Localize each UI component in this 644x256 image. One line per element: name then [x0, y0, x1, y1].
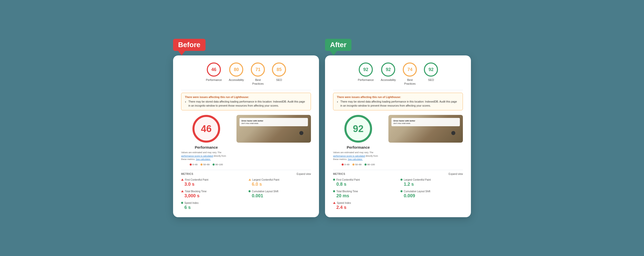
before-seo-circle: 85 [272, 62, 286, 77]
after-bp-circle: 74 [403, 62, 417, 77]
before-screenshot: Drive faster with better don't miss reta… [236, 115, 311, 143]
after-legend-green: 90–100 [365, 163, 375, 166]
after-expand-link[interactable]: Expand view [449, 173, 463, 175]
after-seo-label: SEO [428, 78, 434, 82]
before-score-performance: 46 Performance [206, 62, 222, 85]
before-score-accessibility: 80 Accessibility [229, 62, 244, 85]
after-fcp-name: First Contentful Paint [336, 178, 360, 181]
after-legend-label-green: 90–100 [367, 163, 375, 166]
after-screenshot: Drive faster with better don't miss reta… [388, 115, 463, 143]
after-warning-text: There may be stored data affecting loadi… [337, 100, 459, 108]
before-fcp-indicator [181, 179, 184, 181]
after-legend-label-orange: 50–89 [355, 163, 361, 166]
before-fcp-name-row: First Contentful Paint [181, 178, 244, 181]
before-overlay-subtitle: don't miss retail deals [242, 122, 306, 125]
after-lcp-name-row: Largest Contentful Paint [400, 178, 463, 181]
after-cls-name: Cumulative Layout Shift [404, 190, 430, 193]
before-overlay-title: Drive faster with better [242, 119, 306, 122]
after-calc-link[interactable]: See calculator. [348, 158, 363, 161]
before-perf-label: Performance [206, 78, 222, 82]
before-legend-dot-red [190, 164, 192, 166]
after-legend: 0–49 50–89 90–100 [342, 163, 375, 166]
after-big-circle: 92 [344, 115, 372, 143]
before-metrics-grid: First Contentful Paint 3.0 s Largest Con… [181, 178, 311, 210]
after-score-accessibility: 92 Accessibility [381, 62, 396, 85]
after-big-score-container: 92 Performance Values are estimated and … [333, 115, 383, 166]
after-metric-tbt: Total Blocking Time 20 ms [333, 190, 395, 199]
after-score-seo: 92 SEO [424, 62, 438, 85]
after-metric-cls: Cumulative Layout Shift 0.009 [400, 190, 463, 199]
after-screenshot-dot [451, 131, 455, 135]
before-panel-wrapper: Before 46 Performance 80 Accessibility 7… [173, 39, 319, 217]
after-cls-value: 0.009 [400, 193, 463, 199]
after-tbt-value: 20 ms [333, 193, 395, 199]
before-score-seo: 85 SEO [272, 62, 286, 85]
after-legend-dot-orange [352, 164, 354, 166]
before-cls-value: 0.001 [249, 193, 311, 199]
before-tbt-indicator [181, 190, 184, 192]
after-lcp-value: 1.2 s [400, 182, 463, 187]
before-cls-indicator [249, 190, 251, 192]
before-metric-fcp: First Contentful Paint 3.0 s [181, 178, 244, 187]
before-legend-dot-green [213, 164, 215, 166]
after-perf-desc: Values are estimated and may vary. The p… [333, 151, 383, 161]
before-warning-box: There were issues affecting this run of … [181, 93, 311, 111]
before-screenshot-dot [299, 131, 303, 135]
before-calc-link[interactable]: See calculator. [196, 158, 211, 161]
after-overlay-title: Drive faster with better [393, 119, 458, 122]
before-cls-name: Cumulative Layout Shift [252, 190, 278, 193]
after-legend-red: 0–49 [342, 163, 349, 166]
after-cls-indicator [400, 190, 403, 192]
after-score-bp: 74 BestPractices [403, 62, 417, 85]
after-perf-title: Performance [347, 145, 370, 149]
before-legend-orange: 50–89 [200, 163, 210, 166]
after-legend-orange: 50–89 [352, 163, 361, 166]
after-divider-1 [333, 90, 463, 90]
after-perf-score-link[interactable]: performance score is calculated [333, 155, 365, 157]
before-seo-label: SEO [276, 78, 282, 82]
before-perf-score-link[interactable]: performance score is calculated [181, 155, 213, 157]
after-metrics-grid: First Contentful Paint 0.8 s Largest Con… [333, 178, 463, 210]
after-fcp-name-row: First Contentful Paint [333, 178, 395, 181]
before-lcp-value: 6.0 s [249, 182, 311, 187]
after-metric-fcp: First Contentful Paint 0.8 s [333, 178, 395, 187]
after-score-performance: 92 Performance [358, 62, 374, 85]
before-perf-title: Performance [195, 145, 218, 149]
before-big-circle: 46 [192, 115, 220, 143]
after-tbt-indicator [333, 190, 335, 192]
before-a11y-label: Accessibility [229, 78, 244, 82]
before-legend-red: 0–49 [190, 163, 197, 166]
after-screenshot-overlay: Drive faster with better don't miss reta… [391, 118, 460, 126]
after-warning-box: There were issues affecting this run of … [333, 93, 463, 111]
after-perf-circle: 92 [359, 62, 373, 77]
before-metric-si: Speed Index 6 s [181, 202, 244, 210]
after-metric-si: Speed Index 2.4 s [333, 202, 395, 210]
after-metric-lcp: Largest Contentful Paint 1.2 s [400, 178, 463, 187]
before-warning-title: There were issues affecting this run of … [185, 95, 307, 99]
after-si-value: 2.4 s [333, 205, 395, 210]
after-tbt-name-row: Total Blocking Time [333, 190, 395, 193]
after-badge: After [325, 39, 351, 51]
after-lcp-name: Largest Contentful Paint [404, 178, 431, 181]
before-panel: 46 Performance 80 Accessibility 71 BestP… [173, 55, 319, 217]
before-si-name-row: Speed Index [181, 202, 244, 204]
after-screenshot-inner: Drive faster with better don't miss reta… [388, 115, 463, 143]
before-arrow [178, 51, 185, 55]
before-perf-area: 46 Performance Values are estimated and … [181, 115, 311, 166]
after-fcp-value: 0.8 s [333, 182, 395, 187]
after-a11y-label: Accessibility [381, 78, 396, 82]
before-tbt-value: 3,000 s [181, 193, 244, 199]
after-metrics-label: METRICS [333, 173, 345, 175]
before-si-name: Speed Index [184, 202, 198, 204]
after-warning-title: There were issues affecting this run of … [337, 95, 459, 99]
before-perf-circle: 46 [207, 62, 221, 77]
comparison-container: Before 46 Performance 80 Accessibility 7… [173, 39, 471, 217]
before-expand-link[interactable]: Expand view [297, 173, 311, 175]
after-metrics-header: METRICS Expand view [333, 173, 463, 175]
before-fcp-name: First Contentful Paint [185, 178, 208, 181]
after-si-indicator [333, 202, 336, 204]
after-arrow [330, 51, 337, 55]
after-score-row: 92 Performance 92 Accessibility 74 BestP… [333, 62, 463, 85]
before-divider-1 [181, 90, 311, 90]
after-fcp-indicator [333, 179, 335, 181]
